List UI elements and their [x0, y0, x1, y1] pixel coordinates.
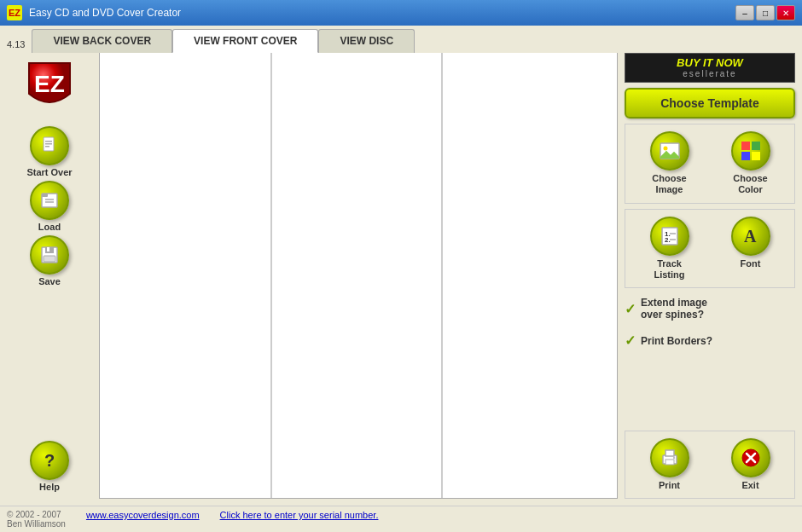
exit-label: Exit — [741, 480, 758, 491]
canvas-divider-left — [270, 53, 272, 498]
tab-bar: VIEW BACK COVER VIEW FRONT COVER VIEW DI… — [32, 29, 415, 53]
choose-image-label: ChooseImage — [652, 173, 686, 195]
buy-banner[interactable]: BUY IT NOW esellerate — [625, 53, 795, 83]
svg-text:EZ: EZ — [34, 71, 65, 97]
start-over-label: Start Over — [26, 167, 72, 177]
version-label: 4.13 — [7, 39, 25, 53]
svg-text:A: A — [744, 227, 757, 246]
print-button[interactable]: Print — [650, 438, 689, 491]
borders-checkmark: ✓ — [625, 332, 636, 349]
print-borders-row[interactable]: ✓ Print Borders? — [625, 329, 795, 352]
minimize-button[interactable]: – — [735, 5, 754, 20]
tab-back-cover[interactable]: VIEW BACK COVER — [32, 29, 172, 53]
title-bar: EZ Easy CD and DVD Cover Creator – □ ✕ — [0, 0, 802, 26]
footer: © 2002 - 2007Ben Williamson www.easycove… — [0, 506, 802, 532]
load-label: Load — [38, 222, 61, 232]
track-listing-label: TrackListing — [654, 258, 684, 280]
extend-checkmark: ✓ — [625, 301, 636, 317]
image-color-panel: ChooseImage ChooseColor — [625, 124, 795, 203]
font-button[interactable]: A Font — [731, 217, 770, 280]
svg-rect-15 — [741, 142, 750, 150]
svg-rect-12 — [44, 256, 55, 262]
close-button[interactable]: ✕ — [776, 5, 795, 20]
tab-front-cover[interactable]: VIEW FRONT COVER — [172, 29, 318, 53]
buy-now-text: BUY IT NOW — [632, 57, 787, 69]
svg-text:2.: 2. — [665, 236, 671, 244]
track-listing-icon: 1. 2. — [650, 217, 689, 256]
right-spacer — [625, 357, 795, 425]
buy-now-sub: esellerate — [632, 69, 787, 78]
svg-rect-2 — [45, 141, 52, 142]
serial-link[interactable]: Click here to enter your serial number. — [220, 510, 379, 529]
svg-rect-16 — [752, 142, 760, 150]
copyright-text: © 2002 - 2007Ben Williamson — [7, 510, 66, 529]
choose-image-icon — [650, 131, 689, 171]
svg-rect-26 — [665, 450, 674, 456]
exit-button[interactable]: Exit — [731, 438, 770, 491]
svg-rect-17 — [741, 152, 750, 160]
help-icon: ? — [30, 441, 69, 480]
window-controls: – □ ✕ — [735, 5, 795, 20]
svg-rect-4 — [45, 146, 49, 147]
main-window: 4.13 VIEW BACK COVER VIEW FRONT COVER VI… — [0, 26, 802, 532]
print-exit-panel: Print Exit — [625, 431, 795, 499]
font-icon: A — [731, 217, 770, 256]
extend-image-row[interactable]: ✓ Extend imageover spines? — [625, 293, 795, 324]
left-sidebar: EZ Start Over — [7, 53, 92, 499]
borders-label: Print Borders? — [641, 335, 712, 347]
save-icon — [30, 235, 69, 275]
extend-label: Extend imageover spines? — [641, 297, 707, 321]
svg-rect-3 — [45, 143, 52, 145]
save-label: Save — [38, 276, 61, 286]
tab-disc[interactable]: VIEW DISC — [318, 29, 415, 53]
svg-rect-11 — [47, 247, 49, 252]
right-sidebar: BUY IT NOW esellerate Choose Template — [625, 53, 795, 499]
font-label: Font — [741, 258, 761, 269]
start-over-icon — [30, 126, 69, 165]
maximize-button[interactable]: □ — [756, 5, 775, 20]
choose-template-button[interactable]: Choose Template — [625, 88, 795, 119]
choose-image-button[interactable]: ChooseImage — [650, 131, 689, 195]
track-listing-button[interactable]: 1. 2. TrackListing — [650, 217, 689, 280]
save-button[interactable]: Save — [30, 235, 69, 286]
canvas-area — [99, 53, 618, 499]
print-label: Print — [659, 480, 680, 491]
choose-color-button[interactable]: ChooseColor — [731, 131, 770, 195]
help-button[interactable]: ? Help — [30, 441, 69, 492]
exit-icon — [731, 438, 770, 477]
website-link[interactable]: www.easycoverdesign.com — [86, 510, 200, 529]
svg-point-28 — [673, 457, 675, 459]
svg-rect-18 — [752, 152, 760, 160]
top-area: 4.13 VIEW BACK COVER VIEW FRONT COVER VI… — [0, 26, 802, 53]
track-font-panel: 1. 2. TrackListing A Font — [625, 209, 795, 288]
svg-rect-27 — [665, 460, 674, 465]
canvas-divider-right — [441, 53, 443, 498]
help-label: Help — [39, 482, 60, 492]
choose-color-label: ChooseColor — [733, 173, 767, 195]
print-icon — [650, 438, 689, 477]
load-button[interactable]: Load — [30, 181, 69, 232]
app-icon: EZ — [7, 5, 22, 20]
content-row: EZ Start Over — [0, 53, 802, 506]
load-icon — [30, 181, 69, 220]
start-over-button[interactable]: Start Over — [26, 126, 72, 177]
app-title: Easy CD and DVD Cover Creator — [29, 7, 729, 19]
ez-logo: EZ — [20, 56, 78, 118]
choose-color-icon — [731, 131, 770, 171]
svg-point-14 — [663, 147, 667, 151]
svg-rect-6 — [42, 194, 48, 197]
